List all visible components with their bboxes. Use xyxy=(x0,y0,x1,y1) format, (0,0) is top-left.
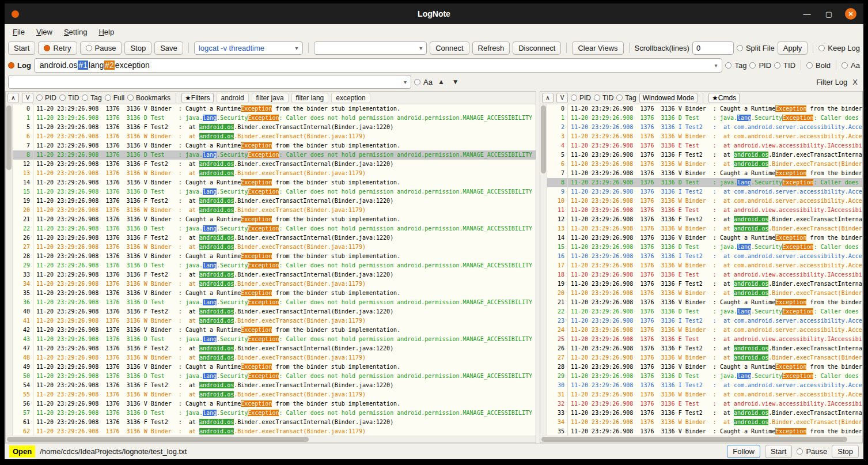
line-number[interactable]: 26 xyxy=(13,233,33,243)
open-file-button[interactable]: Open xyxy=(9,445,35,458)
log-row[interactable]: 911-20 23:29:26.908 1376 3136 I Test2 : … xyxy=(547,187,862,196)
bold-checkbox[interactable]: Bold xyxy=(806,61,831,70)
log-row[interactable]: 1811-20 23:29:26.908 1376 3136 E Test : … xyxy=(547,270,862,279)
log-row[interactable]: 2211-20 23:29:26.908 1376 3136 D Test : … xyxy=(13,224,536,233)
line-number[interactable]: 49 xyxy=(13,362,33,372)
line-number[interactable]: 13 xyxy=(547,224,568,233)
scroll-to-bottom-button[interactable]: V xyxy=(556,93,568,103)
log-row[interactable]: 011-20 23:29:26.908 1376 3136 V Binder :… xyxy=(13,104,536,114)
split-file-checkbox[interactable]: Split File xyxy=(737,44,775,52)
log-row[interactable]: 3311-20 23:29:26.908 1376 3136 F Test2 :… xyxy=(547,409,862,418)
log-row[interactable]: 3411-20 23:29:26.908 1376 3136 W Binder … xyxy=(13,279,536,289)
line-number[interactable]: 7 xyxy=(547,169,568,178)
line-number[interactable]: 21 xyxy=(547,298,568,307)
line-number[interactable]: 19 xyxy=(13,196,33,206)
filter-chip-filter-lang[interactable]: filter lang xyxy=(291,93,329,103)
line-number[interactable]: 33 xyxy=(547,409,568,418)
line-number[interactable]: 42 xyxy=(13,326,33,335)
left-full-checkbox[interactable]: Full xyxy=(105,94,124,102)
filter-chip-filter-java[interactable]: filter java xyxy=(252,93,289,103)
log-row[interactable]: 4311-20 23:29:26.908 1376 3136 D Test : … xyxy=(13,335,536,344)
log-row[interactable]: 511-20 23:29:26.908 1376 3136 F Test2 : … xyxy=(13,123,536,132)
log-row[interactable]: 1611-20 23:29:26.908 1376 3136 I Test2 :… xyxy=(547,252,862,261)
menu-setting[interactable]: Setting xyxy=(58,26,93,38)
line-number[interactable]: 35 xyxy=(547,427,568,436)
log-filter-input[interactable]: android.os#1lang#2exception ▾ xyxy=(34,58,723,73)
status-pause-checkbox[interactable]: Pause xyxy=(797,447,827,456)
line-number[interactable]: 2 xyxy=(547,123,568,132)
log-row[interactable]: 1511-20 23:29:26.908 1376 3136 D Test : … xyxy=(13,187,536,196)
line-number[interactable]: 5 xyxy=(13,123,33,132)
retry-button[interactable]: Retry xyxy=(38,41,77,55)
log-row[interactable]: 1411-20 23:29:26.908 1376 3136 V Binder … xyxy=(547,233,862,243)
line-number[interactable]: 34 xyxy=(13,279,33,289)
line-number[interactable]: 17 xyxy=(547,261,568,270)
line-number[interactable]: 30 xyxy=(547,381,568,390)
line-number[interactable]: 5 xyxy=(547,150,568,160)
keep-log-checkbox[interactable]: Keep Log xyxy=(818,44,860,52)
line-number[interactable]: 6 xyxy=(547,160,568,169)
log-row[interactable]: 611-20 23:29:26.908 1376 3136 W Binder :… xyxy=(13,132,536,141)
disconnect-button[interactable]: Disconnect xyxy=(513,41,561,55)
log-row[interactable]: 611-20 23:29:26.908 1376 3136 W Binder :… xyxy=(547,160,862,169)
log-row[interactable]: 1211-20 23:29:26.908 1376 3136 F Test2 :… xyxy=(547,215,862,224)
line-number[interactable]: 1 xyxy=(547,114,568,123)
scroll-to-top-button[interactable]: ∧ xyxy=(7,93,19,103)
save-button[interactable]: Save xyxy=(154,41,183,55)
line-number[interactable]: 57 xyxy=(13,409,33,418)
log-row[interactable]: 5611-20 23:29:26.908 1376 3136 V Binder … xyxy=(13,399,536,409)
filters-button[interactable]: ★Filters xyxy=(181,93,213,103)
menu-help[interactable]: Help xyxy=(93,26,120,38)
log-row[interactable]: 3211-20 23:29:26.908 1376 3136 E Test : … xyxy=(547,399,862,409)
log-row[interactable]: 2811-20 23:29:26.908 1376 3136 V Binder … xyxy=(13,252,536,261)
line-number[interactable]: 15 xyxy=(13,187,33,196)
log-row[interactable]: 811-20 23:29:26.908 1376 3136 D Test : j… xyxy=(13,150,536,160)
log-row[interactable]: 1511-20 23:29:26.908 1376 3136 D Test : … xyxy=(547,243,862,252)
log-row[interactable]: 2711-20 23:29:26.908 1376 3136 W Binder … xyxy=(547,353,862,362)
log-row[interactable]: 1411-20 23:29:26.908 1376 3136 V Binder … xyxy=(13,178,536,187)
line-number[interactable]: 27 xyxy=(13,243,33,252)
search-next-button[interactable]: ▼ xyxy=(450,75,461,88)
line-number[interactable]: 12 xyxy=(13,160,33,169)
log-row[interactable]: 2811-20 23:29:26.908 1376 3136 V Binder … xyxy=(547,362,862,372)
line-number[interactable]: 29 xyxy=(13,261,33,270)
log-row[interactable]: 3011-20 23:29:26.908 1376 3136 I Test2 :… xyxy=(547,381,862,390)
log-row[interactable]: 2011-20 23:29:26.908 1376 3136 W Binder … xyxy=(13,206,536,215)
line-number[interactable]: 22 xyxy=(13,224,33,233)
start-button[interactable]: Start xyxy=(8,41,35,55)
right-pid-checkbox[interactable]: PID xyxy=(571,94,591,102)
log-row[interactable]: 5711-20 23:29:26.908 1376 3136 D Test : … xyxy=(13,409,536,418)
log-row[interactable]: 4911-20 23:29:26.908 1376 3136 V Binder … xyxy=(13,362,536,372)
search-case-checkbox[interactable]: Aa xyxy=(414,78,433,86)
log-row[interactable]: 2611-20 23:29:26.908 1376 3136 F Test2 :… xyxy=(547,344,862,353)
horizontal-scrollbar[interactable] xyxy=(6,436,536,443)
status-stop-button[interactable]: Stop xyxy=(832,445,859,458)
bookmarks-checkbox[interactable]: Bookmarks xyxy=(127,94,170,102)
left-tag-checkbox[interactable]: Tag xyxy=(82,94,101,102)
log-row[interactable]: 1911-20 23:29:26.908 1376 3136 F Test2 :… xyxy=(13,196,536,206)
log-row[interactable]: 1911-20 23:29:26.908 1376 3136 F Test2 :… xyxy=(547,279,862,289)
line-number[interactable]: 12 xyxy=(547,215,568,224)
log-row[interactable]: 2111-20 23:29:26.908 1376 3136 V Binder … xyxy=(547,298,862,307)
log-row[interactable]: 3511-20 23:29:26.908 1376 3136 V Binder … xyxy=(13,289,536,298)
tid-filter-checkbox[interactable]: TID xyxy=(774,61,795,70)
refresh-button[interactable]: Refresh xyxy=(472,41,510,55)
line-number[interactable]: 40 xyxy=(13,307,33,316)
line-number[interactable]: 13 xyxy=(13,169,33,178)
line-number[interactable]: 28 xyxy=(13,252,33,261)
log-row[interactable]: 1111-20 23:29:26.908 1376 3136 E Test : … xyxy=(547,206,862,215)
filter-chip-android[interactable]: android xyxy=(217,93,249,103)
log-row[interactable]: 411-20 23:29:26.908 1376 3136 E Test : a… xyxy=(547,141,862,150)
line-number[interactable]: 62 xyxy=(13,427,33,436)
log-row[interactable]: 5511-20 23:29:26.908 1376 3136 W Binder … xyxy=(13,390,536,399)
log-row[interactable]: 5411-20 23:29:26.908 1376 3136 F Test2 :… xyxy=(13,381,536,390)
log-row[interactable]: 2111-20 23:29:26.908 1376 3136 V Binder … xyxy=(13,215,536,224)
line-number[interactable]: 56 xyxy=(13,399,33,409)
connect-button[interactable]: Connect xyxy=(430,41,469,55)
line-number[interactable]: 22 xyxy=(547,307,568,316)
log-row[interactable]: 2211-20 23:29:26.908 1376 3136 D Test : … xyxy=(547,307,862,316)
log-row[interactable]: 2611-20 23:29:26.908 1376 3136 F Test2 :… xyxy=(13,233,536,243)
stop-button[interactable]: Stop xyxy=(124,41,151,55)
line-number[interactable]: 21 xyxy=(13,215,33,224)
log-row[interactable]: 1311-20 23:29:26.908 1376 3136 W Binder … xyxy=(13,169,536,178)
